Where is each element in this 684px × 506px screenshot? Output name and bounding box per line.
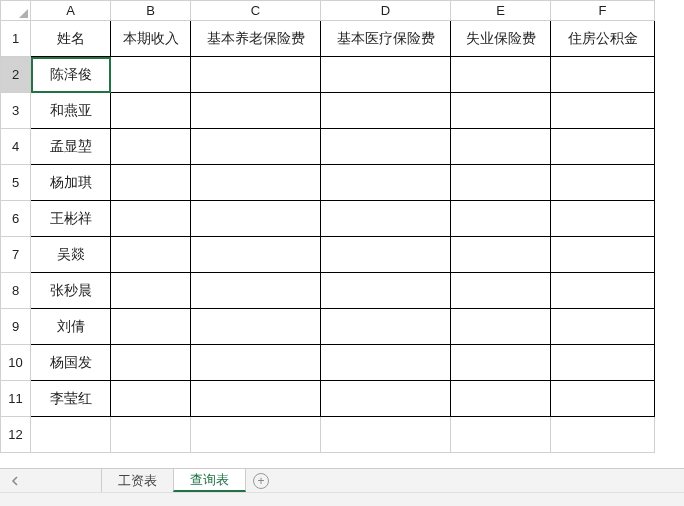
row-header-1[interactable]: 1 (1, 21, 31, 57)
cell-A7[interactable]: 吴燚 (31, 237, 111, 273)
row-header-9[interactable]: 9 (1, 309, 31, 345)
cell-E1[interactable]: 失业保险费 (451, 21, 551, 57)
cell-F1[interactable]: 住房公积金 (551, 21, 655, 57)
cell-D9[interactable] (321, 309, 451, 345)
row-header-12[interactable]: 12 (1, 417, 31, 453)
cell-F6[interactable] (551, 201, 655, 237)
cell-F2[interactable] (551, 57, 655, 93)
cell-C8[interactable] (191, 273, 321, 309)
cell-C2[interactable] (191, 57, 321, 93)
cell-E4[interactable] (451, 129, 551, 165)
table-row: 4 孟显堃 (1, 129, 655, 165)
cell-D8[interactable] (321, 273, 451, 309)
cell-C11[interactable] (191, 381, 321, 417)
chevron-left-icon (10, 476, 20, 486)
cell-C9[interactable] (191, 309, 321, 345)
cell-B8[interactable] (111, 273, 191, 309)
cell-A12[interactable] (31, 417, 111, 453)
cell-B10[interactable] (111, 345, 191, 381)
cell-C6[interactable] (191, 201, 321, 237)
cell-D5[interactable] (321, 165, 451, 201)
cell-A1[interactable]: 姓名 (31, 21, 111, 57)
cell-D1[interactable]: 基本医疗保险费 (321, 21, 451, 57)
cell-B11[interactable] (111, 381, 191, 417)
cell-B6[interactable] (111, 201, 191, 237)
col-header-C[interactable]: C (191, 1, 321, 21)
cell-F8[interactable] (551, 273, 655, 309)
cell-E2[interactable] (451, 57, 551, 93)
cell-F11[interactable] (551, 381, 655, 417)
cell-C10[interactable] (191, 345, 321, 381)
cell-B12[interactable] (111, 417, 191, 453)
cell-A10[interactable]: 杨国发 (31, 345, 111, 381)
cell-F10[interactable] (551, 345, 655, 381)
cell-C1[interactable]: 基本养老保险费 (191, 21, 321, 57)
tab-nav-arrow[interactable] (0, 469, 30, 492)
column-header-row: A B C D E F (1, 1, 655, 21)
cell-D10[interactable] (321, 345, 451, 381)
cell-F7[interactable] (551, 237, 655, 273)
row-header-7[interactable]: 7 (1, 237, 31, 273)
cell-F3[interactable] (551, 93, 655, 129)
row-header-8[interactable]: 8 (1, 273, 31, 309)
status-bar (0, 492, 684, 506)
cell-E6[interactable] (451, 201, 551, 237)
cell-A11[interactable]: 李莹红 (31, 381, 111, 417)
cell-B2[interactable] (111, 57, 191, 93)
cell-A5[interactable]: 杨加琪 (31, 165, 111, 201)
col-header-D[interactable]: D (321, 1, 451, 21)
cell-D3[interactable] (321, 93, 451, 129)
cell-C4[interactable] (191, 129, 321, 165)
cell-A4[interactable]: 孟显堃 (31, 129, 111, 165)
cell-D4[interactable] (321, 129, 451, 165)
col-header-A[interactable]: A (31, 1, 111, 21)
cell-D2[interactable] (321, 57, 451, 93)
cell-B5[interactable] (111, 165, 191, 201)
cell-C5[interactable] (191, 165, 321, 201)
cell-B3[interactable] (111, 93, 191, 129)
cell-B9[interactable] (111, 309, 191, 345)
cell-E9[interactable] (451, 309, 551, 345)
cell-E5[interactable] (451, 165, 551, 201)
cell-D12[interactable] (321, 417, 451, 453)
row-header-5[interactable]: 5 (1, 165, 31, 201)
cell-B4[interactable] (111, 129, 191, 165)
cell-C7[interactable] (191, 237, 321, 273)
cell-F4[interactable] (551, 129, 655, 165)
cell-E10[interactable] (451, 345, 551, 381)
cell-D7[interactable] (321, 237, 451, 273)
select-all-corner[interactable] (1, 1, 31, 21)
cell-B7[interactable] (111, 237, 191, 273)
cell-D11[interactable] (321, 381, 451, 417)
col-header-F[interactable]: F (551, 1, 655, 21)
row-header-3[interactable]: 3 (1, 93, 31, 129)
add-sheet-button[interactable]: + (246, 469, 276, 492)
cell-F9[interactable] (551, 309, 655, 345)
row-header-6[interactable]: 6 (1, 201, 31, 237)
cell-F5[interactable] (551, 165, 655, 201)
cell-A9[interactable]: 刘倩 (31, 309, 111, 345)
cell-E3[interactable] (451, 93, 551, 129)
col-header-E[interactable]: E (451, 1, 551, 21)
cell-F12[interactable] (551, 417, 655, 453)
cell-B1[interactable]: 本期收入 (111, 21, 191, 57)
cell-C3[interactable] (191, 93, 321, 129)
cell-A3[interactable]: 和燕亚 (31, 93, 111, 129)
cell-E12[interactable] (451, 417, 551, 453)
col-header-B[interactable]: B (111, 1, 191, 21)
row-header-2[interactable]: 2 (1, 57, 31, 93)
cell-C12[interactable] (191, 417, 321, 453)
row-header-11[interactable]: 11 (1, 381, 31, 417)
cell-E11[interactable] (451, 381, 551, 417)
cell-A2[interactable]: 陈泽俊 (31, 57, 111, 93)
row-header-10[interactable]: 10 (1, 345, 31, 381)
cell-A6[interactable]: 王彬祥 (31, 201, 111, 237)
cell-A8[interactable]: 张秒晨 (31, 273, 111, 309)
table-row: 11 李莹红 (1, 381, 655, 417)
row-header-4[interactable]: 4 (1, 129, 31, 165)
cell-D6[interactable] (321, 201, 451, 237)
tab-sheet1[interactable]: 工资表 (101, 469, 174, 492)
cell-E7[interactable] (451, 237, 551, 273)
cell-E8[interactable] (451, 273, 551, 309)
tab-sheet2[interactable]: 查询表 (173, 469, 246, 492)
